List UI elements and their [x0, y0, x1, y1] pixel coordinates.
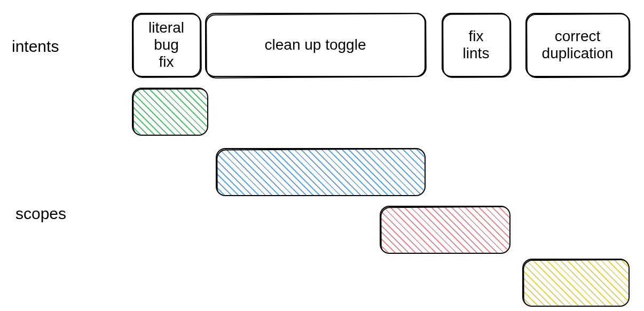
intent-clean-up-toggle: clean up toggle [205, 13, 426, 77]
scope-box-4 [522, 259, 630, 307]
hatch-fill [133, 89, 207, 135]
intent-label: literalbugfix [148, 19, 184, 71]
hatch-fill [381, 207, 509, 253]
scope-box-3 [380, 206, 511, 254]
intent-label: fixlints [463, 28, 490, 62]
intent-label: correctduplication [542, 28, 614, 62]
intent-correct-duplication: correctduplication [525, 13, 630, 77]
intent-fix-lints: fixlints [442, 13, 511, 77]
intent-label: clean up toggle [265, 36, 366, 53]
intent-literal-bug-fix: literalbugfix [132, 13, 201, 77]
scope-box-1 [132, 88, 208, 136]
hatch-fill [523, 260, 629, 306]
diagram-stage: intents scopes literalbugfix clean up to… [0, 0, 644, 311]
hatch-fill [217, 149, 425, 195]
row-label-intents: intents [12, 38, 59, 55]
row-label-scopes: scopes [15, 206, 66, 222]
scope-box-2 [216, 148, 426, 196]
